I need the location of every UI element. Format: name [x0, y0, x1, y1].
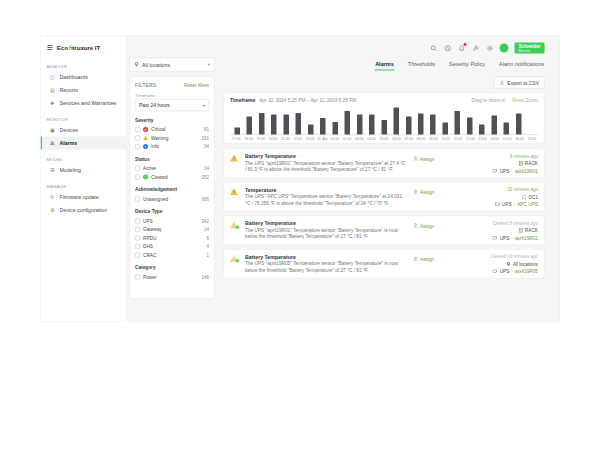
location-selector[interactable]: All locations ▾: [130, 58, 215, 72]
alarm-location[interactable]: RACK: [463, 161, 538, 167]
section-header: Analyze: [41, 60, 127, 71]
sidebar-item-device-configuration[interactable]: ⚙ Device configuration: [41, 204, 127, 217]
axis-tick-label: 08:00: [415, 137, 427, 141]
chart-bar-slot: [292, 106, 304, 135]
chart-bar-slot: [488, 106, 500, 135]
tab-severity-policy[interactable]: Severity Policy: [448, 59, 485, 71]
checkbox[interactable]: [135, 135, 140, 140]
chart-bar: [357, 115, 363, 135]
checkbox[interactable]: [135, 235, 140, 240]
filters-title: FILTERS: [135, 82, 156, 88]
tab-thresholds[interactable]: Thresholds: [407, 59, 435, 71]
alarm-time: Cleared 8 minutes ago: [463, 221, 538, 226]
device-link[interactable]: april19R05: [515, 269, 538, 275]
settings-gear-icon[interactable]: [486, 44, 494, 52]
axis-tick-label: 01:00: [329, 137, 341, 141]
export-csv-label: Export to CSV: [507, 80, 539, 86]
checkbox[interactable]: [135, 227, 140, 232]
ups-icon: [493, 269, 498, 274]
alarm-row[interactable]: ✓ Battery Temperature The UPS "april19R0…: [224, 216, 545, 246]
schneider-electric-logo[interactable]: Schneider Electric: [515, 42, 545, 53]
assign-link[interactable]: Assign: [413, 223, 434, 229]
chart-bar-slot: [317, 106, 329, 135]
chart-bar: [442, 123, 448, 135]
chart-bar: [345, 111, 351, 135]
alarm-title[interactable]: Battery Temperature: [245, 220, 408, 226]
devices-icon: ▣: [49, 127, 56, 133]
separator: ·: [511, 235, 513, 241]
ups-icon: [493, 236, 498, 241]
device-link[interactable]: APC UPS: [517, 202, 538, 208]
filter-row-critical: ✕ Critical 81: [135, 125, 209, 134]
device-link[interactable]: april19R01: [515, 168, 538, 174]
checkbox[interactable]: [135, 166, 140, 171]
drag-to-zoom-hint: Drag to zoom in: [472, 97, 506, 103]
timeframe-range: Apr 10, 2024 5:25 PM – Apr 11, 2024 5:25…: [259, 97, 356, 103]
sidebar-item-devices[interactable]: ▣ Devices: [41, 124, 127, 137]
filter-label: CRAC: [143, 252, 156, 258]
device-type: UPS: [500, 235, 510, 241]
history-clock-icon[interactable]: [444, 44, 452, 52]
alarm-device: UPS · april19R01: [463, 235, 538, 241]
alarm-location[interactable]: All locations: [463, 261, 538, 267]
reset-filters-link[interactable]: Reset filters: [184, 82, 209, 88]
filter-row-unassigned: Unassigned 366: [135, 195, 209, 204]
menu-icon[interactable]: ☰: [47, 44, 53, 52]
alarm-title[interactable]: Battery Temperature: [245, 153, 408, 159]
sidebar-item-firmware-update[interactable]: ↻ Firmware update: [41, 191, 127, 204]
tab-alarms[interactable]: Alarms: [375, 59, 395, 71]
alarm-title[interactable]: Battery Temperature: [245, 254, 408, 260]
assign-link[interactable]: Assign: [413, 189, 434, 195]
topbar: Schneider Electric: [130, 40, 545, 57]
alarm-location[interactable]: RACK: [463, 228, 538, 234]
checkbox[interactable]: [135, 218, 140, 223]
checkbox[interactable]: [135, 244, 140, 249]
filter-label: Info: [151, 144, 159, 150]
device-link[interactable]: april19R01: [515, 235, 538, 241]
alarm-location-label: All locations: [513, 261, 538, 267]
alarm-location-label: RACK: [525, 228, 538, 234]
sidebar-item-modeling[interactable]: ⊞ Modeling: [41, 164, 127, 177]
export-csv-button[interactable]: Export to CSV: [494, 77, 545, 89]
assign-link[interactable]: Assign: [413, 256, 434, 262]
alarm-description: The UPS "april19R05" Temperature sensor …: [245, 261, 408, 274]
chart-bar: [491, 115, 497, 134]
sidebar-item-label: Modeling: [60, 167, 81, 173]
alarm-title[interactable]: Temperature: [245, 187, 408, 193]
checkbox[interactable]: [135, 174, 140, 179]
alarm-location-label: DC1: [528, 194, 538, 200]
search-icon[interactable]: [430, 44, 438, 52]
checkbox[interactable]: [135, 196, 140, 201]
notifications-bell-icon[interactable]: [458, 44, 466, 52]
sidebar-item-dashboards[interactable]: ◫ Dashboards: [41, 71, 127, 84]
device-type: UPS: [500, 269, 510, 275]
checkbox[interactable]: [135, 144, 140, 149]
checkbox[interactable]: [135, 252, 140, 257]
wrench-icon[interactable]: [472, 44, 480, 52]
axis-tick-label: 10:00: [439, 137, 451, 141]
checkbox[interactable]: [135, 274, 140, 279]
alarm-row[interactable]: ! Temperature The UPS "APC UPS" Temperat…: [224, 182, 545, 212]
alarm-row[interactable]: ! Battery Temperature The UPS "april19R0…: [224, 149, 545, 179]
sidebar-section-monitor: Monitor ▣ Devices ⚠ Alarms: [41, 112, 127, 152]
sidebar-item-services-warranties[interactable]: ❖ Services and Warranties: [41, 97, 127, 110]
user-avatar[interactable]: [500, 44, 509, 53]
checkbox[interactable]: [135, 127, 140, 132]
tab-alarm-notifications[interactable]: Alarm notifications: [499, 59, 545, 71]
alarm-histogram-chart[interactable]: [230, 106, 538, 135]
alarm-row[interactable]: ✓ Battery Temperature The UPS "april19R0…: [224, 249, 545, 279]
chart-bar-slot: [427, 106, 439, 135]
chevron-down-icon: ▾: [203, 103, 205, 108]
alarm-location[interactable]: DC1: [463, 194, 538, 200]
timeframe-select[interactable]: Past 24 hours ▾: [135, 99, 209, 111]
chart-bar: [381, 120, 387, 135]
chart-bar-slot: [513, 106, 525, 135]
sidebar-item-alarms[interactable]: ⚠ Alarms: [41, 137, 127, 150]
assign-link[interactable]: Assign: [413, 156, 434, 162]
filter-group-acknowledgement: Acknowledgement Unassigned 366: [135, 187, 209, 204]
sidebar-item-reports[interactable]: ▤ Reports: [41, 84, 127, 97]
device-type: UPS: [502, 202, 512, 208]
sidebar-item-label: Dashboards: [60, 74, 88, 80]
reset-zoom-link[interactable]: Reset Zoom: [512, 97, 538, 103]
filter-row-ups: UPS 342: [135, 217, 209, 226]
